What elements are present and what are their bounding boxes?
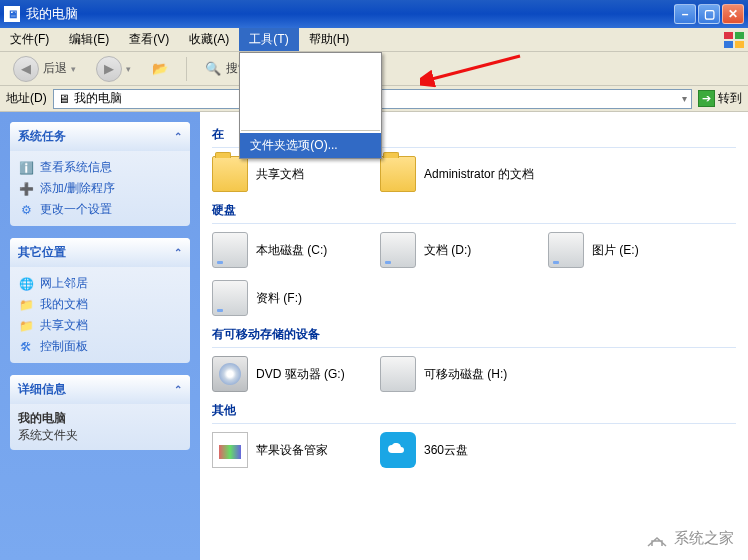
item-label: 苹果设备管家 [256,442,370,459]
item-label: 本地磁盘 (C:) [256,242,370,259]
task-label: 查看系统信息 [40,159,112,176]
dd-sync[interactable]: 同步(S)... [240,103,381,128]
drive-icon [212,232,248,268]
chevron-down-icon: ▾ [71,64,76,74]
menu-fav[interactable]: 收藏(A) [179,28,239,51]
window-buttons: – ▢ ✕ [674,4,744,24]
place-label: 我的文档 [40,296,88,313]
drive-icon [380,232,416,268]
search-icon: 🔍 [204,60,222,78]
dvd-icon [212,356,248,392]
svg-rect-2 [724,41,733,48]
dd-disconnect-drive[interactable]: 断开网络驱动器(D)... [240,78,381,103]
windows-flag-icon [720,28,748,51]
info-icon: ℹ️ [18,160,34,176]
item-admin-docs[interactable]: Administrator 的文档 [380,156,538,192]
address-label: 地址(D) [6,90,47,107]
svg-rect-0 [724,32,733,39]
back-label: 后退 [43,60,67,77]
collapse-icon: ⌃ [174,247,182,258]
dd-folder-options[interactable]: 文件夹选项(O)... [240,133,381,158]
menubar: 文件(F) 编辑(E) 查看(V) 收藏(A) 工具(T) 映射网络驱动器(N)… [0,28,748,52]
item-drive-f[interactable]: 资料 (F:) [212,280,370,316]
task-system-info[interactable]: ℹ️查看系统信息 [18,157,182,178]
item-label: DVD 驱动器 (G:) [256,366,370,383]
minimize-button[interactable]: – [674,4,696,24]
go-button[interactable]: ➔ 转到 [698,90,742,107]
panel-header[interactable]: 系统任务 ⌃ [10,122,190,151]
task-change-setting[interactable]: ⚙更改一个设置 [18,199,182,220]
place-label: 共享文档 [40,317,88,334]
item-apple-mgr[interactable]: 苹果设备管家 [212,432,370,468]
task-add-remove[interactable]: ➕添加/删除程序 [18,178,182,199]
forward-icon: ▶ [96,56,122,82]
detail-sub: 系统文件夹 [18,427,182,444]
group-other: 苹果设备管家 360云盘 [212,432,736,468]
menu-edit[interactable]: 编辑(E) [59,28,119,51]
menu-view[interactable]: 查看(V) [119,28,179,51]
back-button[interactable]: ◀ 后退 ▾ [6,52,83,86]
place-control-panel[interactable]: 🛠控制面板 [18,336,182,357]
toolbar-separator [186,57,187,81]
svg-rect-3 [735,41,744,48]
panel-title: 系统任务 [18,128,66,145]
drive-icon [548,232,584,268]
dd-separator [241,130,380,131]
item-label: 可移动磁盘 (H:) [424,366,538,383]
group-removable: DVD 驱动器 (G:) 可移动磁盘 (H:) [212,356,736,392]
item-removable-h[interactable]: 可移动磁盘 (H:) [380,356,538,392]
dd-map-drive[interactable]: 映射网络驱动器(N)... [240,53,381,78]
up-icon: 📂 [151,60,169,78]
go-label: 转到 [718,90,742,107]
panel-details: 详细信息 ⌃ 我的电脑 系统文件夹 [10,375,190,450]
globe-icon: 🌐 [18,276,34,292]
panel-other-places: 其它位置 ⌃ 🌐网上邻居 📁我的文档 📁共享文档 🛠控制面板 [10,238,190,363]
item-shared-docs[interactable]: 共享文档 [212,156,370,192]
gear-icon: ⚙ [18,202,34,218]
item-drive-c[interactable]: 本地磁盘 (C:) [212,232,370,268]
up-button[interactable]: 📂 [144,56,176,82]
item-360-cloud[interactable]: 360云盘 [380,432,538,468]
tools-dropdown: 映射网络驱动器(N)... 断开网络驱动器(D)... 同步(S)... 文件夹… [239,52,382,159]
place-network[interactable]: 🌐网上邻居 [18,273,182,294]
computer-icon: 🖥 [58,92,70,106]
forward-button[interactable]: ▶ ▾ [89,52,138,86]
go-icon: ➔ [698,90,715,107]
group-drives: 本地磁盘 (C:) 文档 (D:) 图片 (E:) 资料 (F:) [212,232,736,316]
maximize-button[interactable]: ▢ [698,4,720,24]
task-label: 添加/删除程序 [40,180,115,197]
place-shared-docs[interactable]: 📁共享文档 [18,315,182,336]
app-icon [212,432,248,468]
collapse-icon: ⌃ [174,131,182,142]
close-button[interactable]: ✕ [722,4,744,24]
item-label: 资料 (F:) [256,290,370,307]
removable-icon [380,356,416,392]
panel-title: 其它位置 [18,244,66,261]
item-dvd-g[interactable]: DVD 驱动器 (G:) [212,356,370,392]
item-drive-e[interactable]: 图片 (E:) [548,232,706,268]
window-title: 我的电脑 [26,5,674,23]
item-label: 文档 (D:) [424,242,538,259]
watermark: 系统之家 [646,529,734,548]
menu-tools-label: 工具(T) [249,31,288,48]
sidebar: 系统任务 ⌃ ℹ️查看系统信息 ➕添加/删除程序 ⚙更改一个设置 其它位置 ⌃ … [0,112,200,560]
item-label: 图片 (E:) [592,242,706,259]
folder-icon: 📁 [18,318,34,334]
drive-icon [212,280,248,316]
menu-file[interactable]: 文件(F) [0,28,59,51]
task-label: 更改一个设置 [40,201,112,218]
item-drive-d[interactable]: 文档 (D:) [380,232,538,268]
main-area: 系统任务 ⌃ ℹ️查看系统信息 ➕添加/删除程序 ⚙更改一个设置 其它位置 ⌃ … [0,112,748,560]
menu-help[interactable]: 帮助(H) [299,28,360,51]
cloud-icon [380,432,416,468]
place-my-docs[interactable]: 📁我的文档 [18,294,182,315]
back-icon: ◀ [13,56,39,82]
item-label: Administrator 的文档 [424,166,538,183]
panel-header[interactable]: 其它位置 ⌃ [10,238,190,267]
group-header-other: 其他 [212,392,736,424]
app-icon: 🖥 [4,6,20,22]
menu-tools[interactable]: 工具(T) 映射网络驱动器(N)... 断开网络驱动器(D)... 同步(S).… [239,28,298,51]
chevron-down-icon[interactable]: ▾ [682,93,687,104]
panel-header[interactable]: 详细信息 ⌃ [10,375,190,404]
add-icon: ➕ [18,181,34,197]
